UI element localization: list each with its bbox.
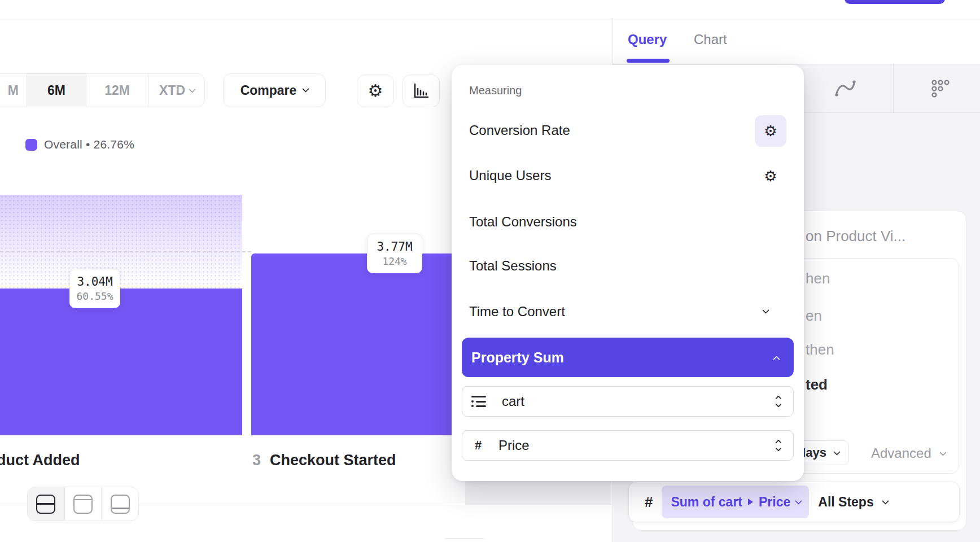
numeric-property-icon: # [471,438,485,453]
step-row-fragment: en [806,307,822,325]
layout-option-header-top[interactable] [65,487,102,521]
compare-button[interactable]: Compare [223,73,326,107]
layout-option-split-rows[interactable] [28,487,65,521]
funnel-bar-product-added[interactable] [0,289,242,435]
gear-icon: ⚙ [764,169,777,183]
reference-dashed-line [0,251,251,252]
menu-item-time-to-convert[interactable]: Time to Convert [469,304,565,320]
layout-option-footer-bottom[interactable] [102,487,138,521]
step-row-fragment: hen [806,270,830,287]
chevron-down-icon [302,85,309,93]
sum-of-cart-price-chip[interactable]: Sum of cart Price [662,486,809,518]
step-label-product-added: duct Added [0,452,80,469]
bar-chart-icon [412,82,431,100]
toolbar-cell-border [893,64,894,112]
footer-bottom-icon [111,495,130,514]
chart-settings-button[interactable]: ⚙ [357,75,394,107]
range-xtd[interactable]: XTD [148,74,205,107]
primary-action-button[interactable] [845,0,945,4]
measuring-dropdown: Measuring Conversion Rate ⚙ Unique Users… [452,65,804,481]
conversion-rate-settings-button[interactable]: ⚙ [755,115,786,147]
step-row-fragment: ted [806,376,828,394]
gear-icon: ⚙ [368,82,383,99]
chevron-up-icon [773,356,780,363]
chart-type-button[interactable] [403,75,440,107]
active-tab-underline [627,59,670,63]
menu-item-conversion-rate[interactable]: Conversion Rate [469,123,570,138]
topbar-divider [0,19,980,19]
flow-chart-type-button[interactable] [834,79,856,98]
header-top-icon [73,495,93,514]
select-stepper-icon [776,396,781,406]
step-label-checkout-started: 3Checkout Started [252,452,396,469]
value-label-checkout-started: 3.77M 124% [367,234,422,273]
value-label-product-added: 3.04M 60.55% [69,269,120,308]
funnel-bar-total-segment[interactable] [0,195,242,289]
dropdown-title: Measuring [469,84,522,97]
time-range-segmented-control: M 6M 12M XTD [0,73,205,107]
step-row-fragment: then [806,341,834,359]
tab-chart[interactable]: Chart [694,32,727,47]
table-fragment-line [445,538,484,539]
funnel-bar-checkout-started[interactable] [251,253,461,435]
measured-as-footer-card: # Sum of cart Price All Steps [628,482,960,522]
split-rows-icon [36,495,55,514]
grid-dots-icon [930,79,951,98]
chevron-down-icon [939,449,947,456]
tab-query[interactable]: Query [628,32,667,47]
grid-chart-type-button[interactable] [930,79,951,98]
range-6m[interactable]: 6M [27,74,86,107]
tabs-bottom-border [613,64,980,64]
menu-item-total-sessions[interactable]: Total Sessions [469,258,557,274]
menu-item-property-sum-selected[interactable]: Property Sum [462,338,794,377]
chevron-down-icon [762,307,769,314]
advanced-dropdown[interactable]: Advanced [871,445,946,461]
legend-swatch [25,139,37,151]
list-property-icon [471,396,486,407]
hash-icon: # [645,493,653,511]
card-header-fragment: on Product Vi... [806,228,905,245]
table-header-strip [465,481,611,505]
flow-squiggle-icon [834,79,856,98]
select-stepper-icon [776,440,781,451]
chevron-down-icon [882,497,889,505]
range-m[interactable]: M [0,74,27,107]
gear-icon: ⚙ [764,124,777,138]
unique-users-settings-button[interactable]: ⚙ [755,160,786,192]
menu-item-total-conversions[interactable]: Total Conversions [469,214,577,230]
caret-right-icon [748,499,753,505]
property-name-select[interactable]: # Price [462,430,794,461]
app-window: M 6M 12M XTD Compare ⚙ Overall • 26.76% [0,0,980,542]
range-12m[interactable]: 12M [86,74,148,107]
chevron-down-icon [795,497,802,505]
legend: Overall • 26.76% [25,138,134,151]
chevron-down-icon [833,448,841,456]
property-event-select[interactable]: cart [462,386,794,417]
all-steps-dropdown[interactable]: All Steps [818,495,887,510]
layout-toggle-group [27,487,139,521]
menu-item-unique-users[interactable]: Unique Users [469,168,551,183]
chevron-down-icon [189,86,196,93]
